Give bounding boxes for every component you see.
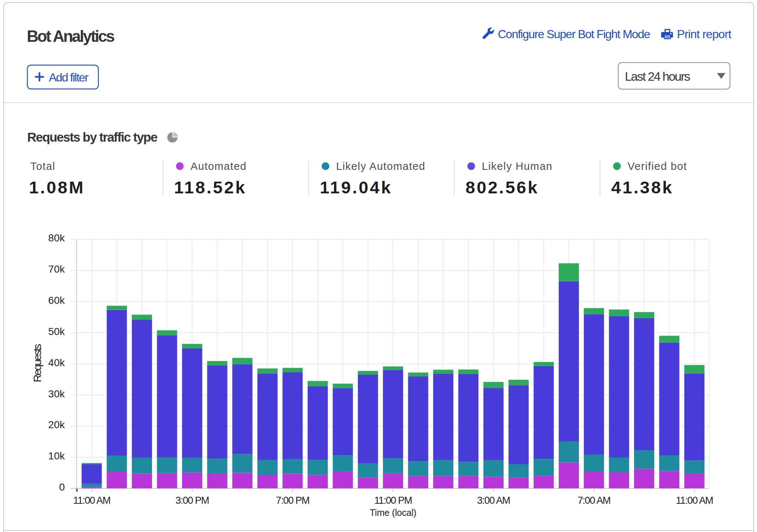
svg-text:Automated: Automated <box>191 160 247 172</box>
svg-text:Likely Human: Likely Human <box>482 160 553 172</box>
svg-text:Configure Super Bot Fight Mode: Configure Super Bot Fight Mode <box>498 28 650 41</box>
svg-text:60k: 60k <box>48 295 65 306</box>
svg-text:Total: Total <box>30 160 55 172</box>
svg-text:41.38k: 41.38k <box>611 178 674 197</box>
svg-text:7:00 PM: 7:00 PM <box>276 495 309 506</box>
svg-text:Last 24 hours: Last 24 hours <box>625 69 690 83</box>
svg-text:11:00 PM: 11:00 PM <box>374 495 412 506</box>
svg-text:1.08M: 1.08M <box>29 178 85 197</box>
svg-text:3:00 AM: 3:00 AM <box>477 495 510 506</box>
svg-text:11:00 AM: 11:00 AM <box>73 495 110 506</box>
svg-text:Requests: Requests <box>31 344 43 382</box>
svg-text:802.56k: 802.56k <box>466 178 539 197</box>
svg-text:Print report: Print report <box>677 28 731 41</box>
svg-text:Bot Analytics: Bot Analytics <box>27 27 114 45</box>
svg-text:0: 0 <box>59 481 65 493</box>
svg-text:Verified bot: Verified bot <box>628 160 687 172</box>
svg-text:40k: 40k <box>48 357 65 368</box>
svg-text:Add filter: Add filter <box>49 71 89 84</box>
svg-text:Time (local): Time (local) <box>370 507 416 518</box>
svg-text:10k: 10k <box>48 450 65 462</box>
svg-text:119.04k: 119.04k <box>320 178 392 197</box>
svg-text:70k: 70k <box>48 263 65 275</box>
svg-text:Likely Automated: Likely Automated <box>336 160 425 172</box>
svg-text:Requests by traffic type: Requests by traffic type <box>27 130 157 144</box>
svg-text:20k: 20k <box>48 419 65 430</box>
svg-text:30k: 30k <box>48 388 65 400</box>
svg-text:11:00 AM: 11:00 AM <box>676 495 713 506</box>
svg-text:80k: 80k <box>48 232 65 244</box>
svg-text:118.52k: 118.52k <box>174 178 246 197</box>
svg-text:3:00 PM: 3:00 PM <box>175 495 209 506</box>
svg-text:7:00 AM: 7:00 AM <box>577 495 610 506</box>
svg-text:50k: 50k <box>48 326 65 337</box>
